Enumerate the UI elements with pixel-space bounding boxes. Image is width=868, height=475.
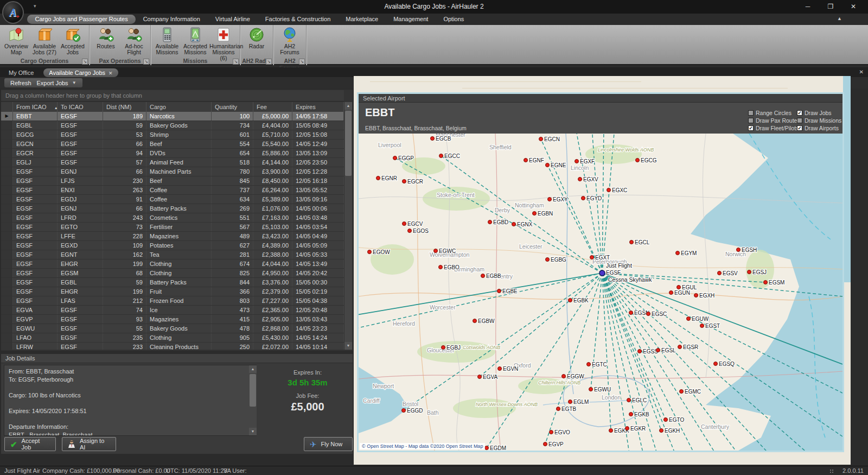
- ribbon-button-available-missions[interactable]: Available Missions: [153, 26, 181, 58]
- app-logo-icon[interactable]: A✦: [2, 1, 24, 24]
- ribbon-button-ah2-forums[interactable]: AH2 Forums: [276, 26, 304, 58]
- job-row-EGSF-EGXD[interactable]: EGSFEGXD109Potatoes627£4,389.0014/05 05:…: [1, 241, 344, 250]
- column-header-quantity[interactable]: Quantity: [212, 102, 253, 112]
- column-header-fee[interactable]: Fee: [253, 102, 292, 112]
- cell-cargo: Beef: [146, 140, 212, 148]
- doc-tab-available-cargo-jobs[interactable]: Available Cargo Jobs✕: [43, 68, 118, 77]
- job-row-EGSF-EHGR[interactable]: EGSFEHGR199Fruit366£2,379.0015/05 02:19: [1, 287, 344, 296]
- minimize-button[interactable]: ─: [796, 0, 819, 14]
- checkbox-draw-pax-routes[interactable]: Draw Pax Routes: [748, 117, 800, 124]
- checkbox-draw-jobs[interactable]: ✓Draw Jobs: [797, 109, 841, 117]
- ribbon-button-humanitarian-missions-6-[interactable]: Humanitarian Missions (6): [209, 26, 238, 58]
- scroll-down-icon[interactable]: ▼: [344, 342, 352, 350]
- checkbox-draw-missions[interactable]: Draw Missions: [797, 117, 841, 124]
- job-row-EGSF-EGDJ[interactable]: EGSFEGDJ91Coffee634£5,389.0013/05 09:16: [1, 195, 344, 204]
- ribbon-tab-cargo-jobs-and-passenger-routes[interactable]: Cargo Jobs and Passenger Routes: [27, 15, 135, 24]
- checkbox-range-circles[interactable]: Range Circles: [748, 109, 800, 117]
- job-row-LFAO-EGSF[interactable]: LFAOEGSF235Clothing905£5,430.0014/05 14:…: [1, 333, 344, 343]
- export-jobs-button[interactable]: Export Jobs: [37, 80, 68, 86]
- job-row-EGSF-LFRD[interactable]: EGSFLFRD243Cosmetics551£7,163.0014/05 03…: [1, 213, 344, 223]
- ribbon-button-accepted-missions[interactable]: Accepted Missions: [181, 26, 209, 58]
- ribbon-button-radar[interactable]: Radar: [242, 26, 271, 58]
- map-attribution[interactable]: © Open Street Map - Map data ©2020 Open …: [360, 443, 485, 449]
- ribbon-group-cargo-operations: Overview MapAvailable Jobs (27)Accepted …: [0, 25, 90, 65]
- ribbon-button-available-jobs-27-[interactable]: Available Jobs (27): [30, 26, 59, 58]
- column-header-dist-nm-[interactable]: Dist (NM): [103, 102, 146, 112]
- job-row-EGSF-LFAS[interactable]: EGSFLFAS212Frozen Food803£7,227.0015/05 …: [1, 296, 344, 306]
- checkbox-box-icon[interactable]: ✓: [797, 110, 802, 116]
- svg-text:EGXF: EGXF: [580, 159, 595, 164]
- cell-fee: £7,163.00: [253, 213, 292, 222]
- ribbon-tab-marketplace[interactable]: Marketplace: [338, 15, 386, 24]
- group-by-hint[interactable]: Drag a column header here to group by th…: [1, 90, 344, 102]
- scroll-up-icon[interactable]: ▲: [249, 365, 257, 373]
- accept-job-button[interactable]: ✔ Accept Job: [4, 437, 56, 451]
- job-row-EGSF-EGNT[interactable]: EGSFEGNT162Tea281£2,388.0014/05 05:33: [1, 250, 344, 259]
- ribbon-button-overview-map[interactable]: Overview Map: [2, 26, 30, 58]
- job-row-EGLJ-EGSF[interactable]: EGLJEGSF57Animal Feed518£4,144.0012/05 2…: [1, 158, 344, 167]
- dialog-launcher-icon[interactable]: ↘: [299, 59, 305, 65]
- ribbon-tab-factories-construction[interactable]: Factories & Construction: [258, 15, 338, 24]
- checkbox-draw-fleet-pilots[interactable]: ✓Draw Fleet/Pilots: [748, 124, 800, 132]
- checkbox-box-icon[interactable]: [748, 118, 754, 123]
- ribbon-tab-options[interactable]: Options: [436, 15, 471, 24]
- dialog-launcher-icon[interactable]: ↘: [233, 59, 239, 65]
- job-row-EGSF-EGNJ[interactable]: EGSFEGNJ66Battery Packs269£1,076.0014/05…: [1, 204, 344, 213]
- scroll-up-icon[interactable]: ▲: [344, 102, 352, 110]
- pane-close-icon[interactable]: ✕: [859, 69, 864, 75]
- ribbon-tab-virtual-airline[interactable]: Virtual Airline: [208, 15, 258, 24]
- job-row-LFRW-EGSF[interactable]: LFRWEGSF233Cleaning Products250£2,072.00…: [1, 343, 344, 350]
- checkbox-box-icon[interactable]: [797, 118, 802, 123]
- job-row-EGSF-ENXI[interactable]: EGSFENXI263Coffee737£6,264.0013/05 05:52: [1, 186, 344, 195]
- dialog-launcher-icon[interactable]: ↘: [82, 59, 88, 65]
- grid-header[interactable]: From ICAO▲To ICAODist (NM)CargoQuantityF…: [1, 102, 344, 112]
- cell-from-icao: EGSF: [13, 269, 58, 277]
- job-details-scrollbar[interactable]: ▲ ▼: [249, 365, 257, 435]
- job-row-EGCR-EGSF[interactable]: EGCREGSF94DVDs654£5,886.0013/05 13:09: [1, 149, 344, 158]
- export-dropdown-icon[interactable]: ▼: [72, 80, 76, 85]
- checkbox-box-icon[interactable]: ✓: [748, 125, 754, 131]
- maximize-button[interactable]: ❐: [819, 0, 842, 14]
- refresh-button[interactable]: Refresh: [10, 80, 31, 86]
- checkbox-draw-airports[interactable]: ✓Draw Airports: [797, 124, 841, 132]
- checkbox-box-icon[interactable]: [748, 110, 754, 116]
- scroll-down-icon[interactable]: ▼: [249, 428, 257, 435]
- ribbon-button-accepted-jobs[interactable]: Accepted Jobs: [59, 26, 87, 58]
- dialog-launcher-icon[interactable]: ↘: [143, 59, 149, 65]
- ribbon-tab-company-information[interactable]: Company Information: [136, 15, 208, 24]
- dialog-launcher-icon[interactable]: ↘: [266, 59, 272, 65]
- column-header-expires[interactable]: Expires: [292, 102, 344, 112]
- job-row-EGSF-EGNJ[interactable]: EGSFEGNJ66Machined Parts780£3,900.0012/0…: [1, 167, 344, 176]
- column-header-to-icao[interactable]: To ICAO: [58, 102, 103, 112]
- cell-expires: 12/05 23:50: [292, 158, 344, 167]
- job-row-EGCN-EGSF[interactable]: EGCNEGSF66Beef554£5,540.0014/05 12:49: [1, 140, 344, 149]
- job-row-EGSF-EGBL[interactable]: EGSFEGBL59Battery Packs844£3,376.0015/05…: [1, 278, 344, 287]
- tab-close-icon[interactable]: ✕: [108, 71, 113, 76]
- cell-expires: 12/05 12:28: [292, 167, 344, 176]
- grid-scrollbar[interactable]: ▲ ▼: [344, 102, 352, 350]
- job-row-EGSF-EHGR[interactable]: EGSFEHGR199Clothing674£4,044.0014/05 13:…: [1, 259, 344, 269]
- column-header-from-icao[interactable]: From ICAO▲: [13, 102, 58, 112]
- doc-tab-my-office[interactable]: My Office: [3, 68, 39, 77]
- job-row-EGSF-EGSM[interactable]: EGSFEGSM68Clothing825£4,950.0014/05 20:4…: [1, 269, 344, 278]
- column-header-cargo[interactable]: Cargo: [146, 102, 212, 112]
- job-row-EGVP-EGSF[interactable]: EGVPEGSF93Magazines415£2,905.0013/05 03:…: [1, 315, 344, 324]
- job-row-EGCG-EGSF[interactable]: EGCGEGSF53Shrimp601£5,710.0012/05 15:08: [1, 130, 344, 140]
- assign-to-ai-button[interactable]: Assign to AI: [62, 437, 116, 451]
- fly-now-button[interactable]: ✈ Fly Now: [304, 437, 353, 451]
- ribbon-button-routes[interactable]: Routes: [92, 26, 120, 58]
- job-row-EGVA-EGSF[interactable]: EGVAEGSF74Ice473£2,365.0012/05 20:48: [1, 306, 344, 315]
- job-details-text[interactable]: From: EBBT, BrasschaatTo: EGSF, Peterbor…: [4, 365, 257, 436]
- ribbon-button-ad-hoc-flight[interactable]: Ad-hoc Flight: [120, 26, 148, 58]
- ribbon-tab-management[interactable]: Management: [386, 15, 436, 24]
- job-row-EGSF-LFJS[interactable]: EGSFLFJS230Beef845£8,450.0012/05 16:18: [1, 176, 344, 186]
- checkbox-box-icon[interactable]: ✓: [797, 125, 802, 131]
- job-row-EGWU-EGSF[interactable]: EGWUEGSF55Bakery Goods478£2,868.0014/05 …: [1, 324, 344, 333]
- job-row-EGSF-LFFE[interactable]: EGSFLFFE228Magazines489£3,423.0014/05 04…: [1, 232, 344, 241]
- ribbon-collapse-icon[interactable]: ▲: [837, 16, 842, 21]
- close-button[interactable]: ✕: [842, 0, 865, 14]
- job-row-EGSF-EGTO[interactable]: EGSFEGTO73Fertiliser567£5,103.0014/05 03…: [1, 223, 344, 232]
- airport-map[interactable]: LiverpoolManchesterSheffieldLincolnStoke…: [359, 134, 843, 451]
- job-row-EBBT-EGSF[interactable]: ▶EBBTEGSF189Narcotics100£5,000.0014/05 1…: [1, 112, 344, 121]
- job-row-EGBL-EGSF[interactable]: EGBLEGSF59Bakery Goods734£4,404.0015/05 …: [1, 121, 344, 130]
